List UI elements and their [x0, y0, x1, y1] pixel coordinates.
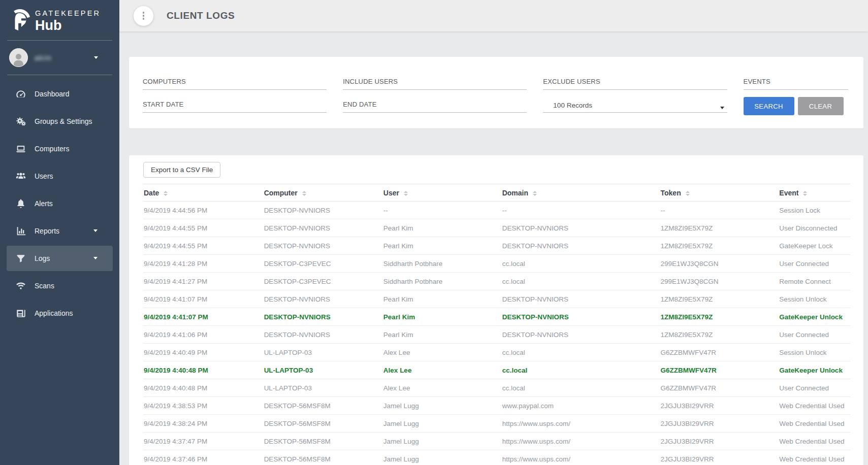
cell-computer: UL-LAPTOP-03 — [264, 361, 383, 379]
cell-token: 2JGJU3BI29VRR — [660, 450, 779, 465]
cell-computer: UL-LAPTOP-03 — [264, 344, 383, 361]
records-select-value: 100 Records — [553, 102, 592, 109]
cell-token: 1ZM8ZI9E5X79Z — [660, 237, 779, 255]
sidebar-item-scans[interactable]: Scans — [7, 273, 113, 298]
kebab-menu-button[interactable] — [134, 6, 153, 26]
column-header-label: Event — [779, 189, 798, 197]
sidebar-item-label: Groups & Settings — [35, 117, 92, 125]
cell-computer: DESKTOP-C3PEVEC — [264, 273, 383, 290]
cell-token: 2JGJU3BI29VRR — [660, 415, 779, 433]
cell-computer: DESKTOP-56MSF8M — [264, 415, 383, 433]
cell-token: 1ZM8ZI9E5X79Z — [660, 219, 779, 237]
sidebar-item-label: Scans — [35, 282, 54, 290]
sidebar-item-alerts[interactable]: Alerts — [7, 191, 113, 216]
events-input[interactable] — [744, 76, 848, 90]
table-row: 9/4/2019 4:41:06 PMDESKTOP-NVNIORSPearl … — [143, 326, 850, 344]
column-header-computer[interactable]: Computer — [264, 184, 383, 202]
table-row: 9/4/2019 4:41:07 PMDESKTOP-NVNIORSPearl … — [143, 308, 850, 326]
cell-domain: www.paypal.com — [502, 397, 660, 415]
cell-domain: cc.local — [502, 273, 660, 290]
cell-event: GateKeeper Unlock — [779, 308, 850, 326]
cell-event: GateKeeper Lock — [779, 237, 850, 255]
column-header-token[interactable]: Token — [660, 184, 779, 202]
cell-token: 1ZM8ZI9E5X79Z — [660, 308, 779, 326]
sidebar: GATEKEEPER Hub akim DashboardGroups & Se… — [0, 0, 119, 465]
chevron-down-icon — [94, 56, 98, 59]
cell-domain: DESKTOP-NVNIORS — [502, 219, 660, 237]
table-row: 9/4/2019 4:41:28 PMDESKTOP-C3PEVECSiddha… — [143, 255, 850, 273]
table-row: 9/4/2019 4:38:24 PMDESKTOP-56MSF8MJamel … — [143, 415, 850, 433]
sort-icon — [404, 191, 408, 196]
cell-token: 299E1WJ3Q8CGN — [660, 255, 779, 273]
exclude-users-input[interactable] — [543, 76, 727, 90]
sidebar-item-logs[interactable]: Logs — [7, 246, 113, 271]
cell-domain: https://www.usps.com/ — [502, 415, 660, 433]
cell-event: User Disconnected — [779, 219, 850, 237]
cell-date: 9/4/2019 4:41:07 PM — [143, 290, 264, 308]
cell-token: 1ZM8ZI9E5X79Z — [660, 290, 779, 308]
sidebar-item-label: Dashboard — [35, 90, 70, 98]
cell-token: G6ZZBMWFV47R — [660, 344, 779, 361]
cell-domain: cc.local — [502, 344, 660, 361]
cell-user: Jamel Lugg — [383, 450, 502, 465]
brand-logo[interactable]: GATEKEEPER Hub — [0, 0, 119, 40]
sort-icon — [686, 191, 690, 196]
table-row: 9/4/2019 4:38:53 PMDESKTOP-56MSF8MJamel … — [143, 397, 850, 415]
table-row: 9/4/2019 4:37:47 PMDESKTOP-56MSF8MJamel … — [143, 433, 850, 450]
column-header-date[interactable]: Date — [143, 184, 264, 202]
records-select[interactable]: 100 Records — [543, 98, 727, 113]
sidebar-item-groups-settings[interactable]: Groups & Settings — [7, 109, 113, 134]
column-header-user[interactable]: User — [383, 184, 502, 202]
funnel-icon — [15, 253, 26, 264]
table-row: 9/4/2019 4:44:55 PMDESKTOP-NVNIORSPearl … — [143, 237, 850, 255]
cell-computer: DESKTOP-NVNIORS — [264, 219, 383, 237]
sidebar-item-reports[interactable]: Reports — [7, 218, 113, 244]
cell-domain: cc.local — [502, 255, 660, 273]
wifi-icon — [15, 280, 26, 291]
bar-chart-icon — [15, 225, 26, 237]
cell-date: 9/4/2019 4:41:28 PM — [143, 255, 264, 273]
table-row: 9/4/2019 4:40:49 PMUL-LAPTOP-03Alex Leec… — [143, 344, 850, 361]
clear-button[interactable]: CLEAR — [798, 97, 844, 115]
cell-date: 9/4/2019 4:40:49 PM — [143, 344, 264, 361]
include-users-input[interactable] — [343, 76, 527, 90]
column-header-label: Token — [661, 189, 681, 197]
end-date-input[interactable] — [343, 98, 527, 113]
table-row: 9/4/2019 4:41:07 PMDESKTOP-NVNIORSPearl … — [143, 290, 850, 308]
cell-domain: cc.local — [502, 379, 660, 397]
sidebar-item-dashboard[interactable]: Dashboard — [7, 81, 113, 107]
cell-date: 9/4/2019 4:41:06 PM — [143, 326, 264, 344]
cell-user: Pearl Kim — [383, 219, 502, 237]
sidebar-item-computers[interactable]: Computers — [7, 136, 113, 161]
sort-icon — [164, 191, 168, 196]
cell-event: Session Lock — [779, 202, 850, 219]
sidebar-item-users[interactable]: Users — [7, 163, 113, 189]
search-button[interactable]: SEARCH — [744, 97, 794, 115]
column-header-domain[interactable]: Domain — [502, 184, 660, 202]
table-row: 9/4/2019 4:44:55 PMDESKTOP-NVNIORSPearl … — [143, 219, 850, 237]
cell-date: 9/4/2019 4:37:47 PM — [143, 433, 264, 450]
cell-domain: https://www.usps.com/ — [502, 433, 660, 450]
main-content: CLIENT LOGS 100 Records SEARCH CLEAR Exp… — [119, 0, 868, 465]
sidebar-item-applications[interactable]: Applications — [7, 301, 113, 326]
avatar — [9, 48, 28, 67]
computers-input[interactable] — [143, 76, 327, 90]
bell-icon — [15, 198, 26, 209]
sidebar-item-label: Alerts — [35, 200, 53, 208]
cell-user: Alex Lee — [383, 344, 502, 361]
start-date-input[interactable] — [143, 98, 327, 113]
cell-computer: DESKTOP-NVNIORS — [264, 290, 383, 308]
cell-domain: DESKTOP-NVNIORS — [502, 290, 660, 308]
cell-date: 9/4/2019 4:41:27 PM — [143, 273, 264, 290]
cell-event: User Connected — [779, 255, 850, 273]
table-row: 9/4/2019 4:37:46 PMDESKTOP-56MSF8MJamel … — [143, 450, 850, 465]
user-menu[interactable]: akim — [0, 41, 119, 75]
cell-domain: https://www.usps.com/ — [502, 450, 660, 465]
column-header-event[interactable]: Event — [779, 184, 850, 202]
cell-user: Jamel Lugg — [383, 433, 502, 450]
sidebar-item-label: Applications — [35, 309, 73, 317]
cell-event: Web Credential Used — [779, 397, 850, 415]
export-csv-button[interactable]: Export to a CSV File — [143, 162, 220, 178]
chevron-down-icon — [93, 257, 98, 259]
cell-token: G6ZZBMWFV47R — [660, 361, 779, 379]
